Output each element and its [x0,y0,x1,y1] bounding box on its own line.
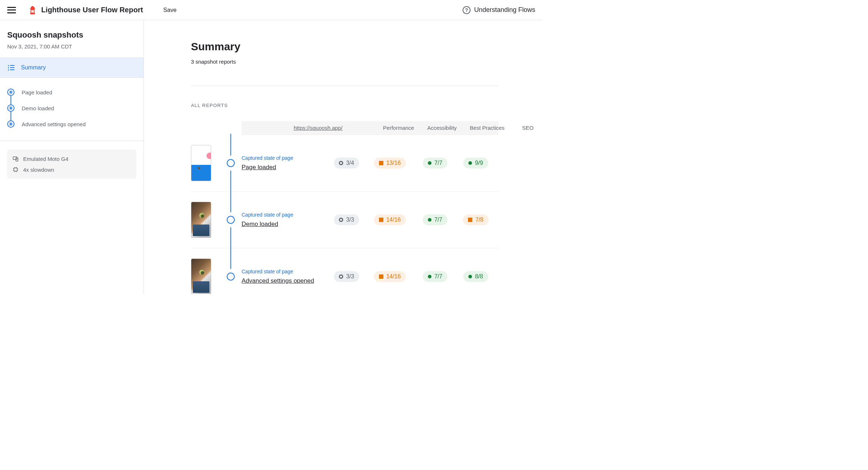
badge-performance: 3/3 [334,214,359,225]
sidebar: Squoosh snapshots Nov 3, 2021, 7:00 AM C… [0,20,144,294]
list-icon [8,65,14,70]
badge-seo: 9/9 [463,158,488,168]
sidebar-item-label: Summary [21,64,46,71]
meta-device-label: Emulated Moto G4 [23,156,68,162]
report-thumbnail[interactable] [191,258,211,294]
snapshot-icon [220,159,242,167]
meta-throttle-label: 4x slowdown [23,167,54,173]
badge-seo: 7/8 [463,214,488,225]
report-row: Captured state of page Demo loaded 3/3 1… [191,192,498,248]
snapshot-icon [220,273,242,281]
save-button[interactable]: Save [161,5,179,16]
snapshot-icon [7,104,14,112]
all-reports-label: ALL REPORTS [191,103,498,108]
svg-rect-2 [14,168,17,171]
report-thumbnail[interactable] [191,145,211,181]
reports-header-row: https://squoosh.app/ Performance Accessi… [242,121,498,135]
app-title: Lighthouse User Flow Report [41,6,143,14]
sidebar-steps: Page loaded Demo loaded Advanced setting… [0,78,144,141]
sidebar-item-summary[interactable]: Summary [0,58,144,78]
report-thumbnail[interactable] [191,202,211,238]
cpu-icon [12,166,19,173]
page-subtitle: 3 snapshot reports [191,59,498,65]
badge-accessibility: 13/16 [374,158,406,168]
col-accessibility: Accessibility [420,125,464,131]
badge-best-practices: 7/7 [423,214,447,225]
badge-accessibility: 14/16 [374,214,406,225]
snapshot-icon [220,216,242,224]
badge-accessibility: 14/16 [374,271,406,282]
snapshot-icon [7,120,14,128]
sidebar-step[interactable]: Advanced settings opened [0,116,144,132]
report-url[interactable]: https://squoosh.app/ [294,125,377,131]
main: Summary 3 snapshot reports ALL REPORTS h… [144,20,542,294]
sidebar-step[interactable]: Demo loaded [0,100,144,116]
device-icon [12,155,19,162]
report-name: Squoosh snapshots [7,30,136,40]
sidebar-step[interactable]: Page loaded [0,84,144,100]
snapshot-icon [7,89,14,96]
report-type-label: Captured state of page [242,155,325,161]
report-date: Nov 3, 2021, 7:00 AM CDT [7,43,136,50]
badge-performance: 3/4 [334,158,359,168]
badge-best-practices: 7/7 [423,271,447,282]
report-name-link[interactable]: Advanced settings opened [242,277,325,285]
col-seo: SEO [511,125,542,131]
topbar: Lighthouse User Flow Report Save ? Under… [0,0,542,20]
meta-throttle: 4x slowdown [12,166,131,173]
lighthouse-logo-icon [29,6,36,14]
understanding-flows-link[interactable]: ? Understanding Flows [463,6,535,14]
meta-device: Emulated Moto G4 [12,155,131,162]
divider [191,86,498,86]
report-name-link[interactable]: Demo loaded [242,221,325,228]
col-performance: Performance [377,125,420,131]
sidebar-meta: Emulated Moto G4 4x slowdown [7,150,136,179]
help-link-label: Understanding Flows [474,6,535,14]
sidebar-step-label: Advanced settings opened [22,121,86,127]
badge-performance: 3/3 [334,271,359,282]
sidebar-header: Squoosh snapshots Nov 3, 2021, 7:00 AM C… [0,20,144,58]
report-name-link[interactable]: Page loaded [242,164,325,171]
svg-rect-0 [13,157,17,160]
report-type-label: Captured state of page [242,212,325,218]
reports-table: https://squoosh.app/ Performance Accessi… [191,121,498,294]
sidebar-step-label: Demo loaded [22,105,54,111]
badge-best-practices: 7/7 [423,158,447,168]
col-best-practices: Best Practices [464,125,511,131]
report-type-label: Captured state of page [242,269,325,274]
sidebar-step-label: Page loaded [22,89,52,95]
badge-seo: 8/8 [463,271,488,282]
report-row: Captured state of page Advanced settings… [191,248,498,294]
report-row: Captured state of page Page loaded 3/4 1… [191,135,498,192]
menu-icon[interactable] [7,6,16,14]
page-title: Summary [191,40,498,53]
help-icon: ? [463,6,471,14]
